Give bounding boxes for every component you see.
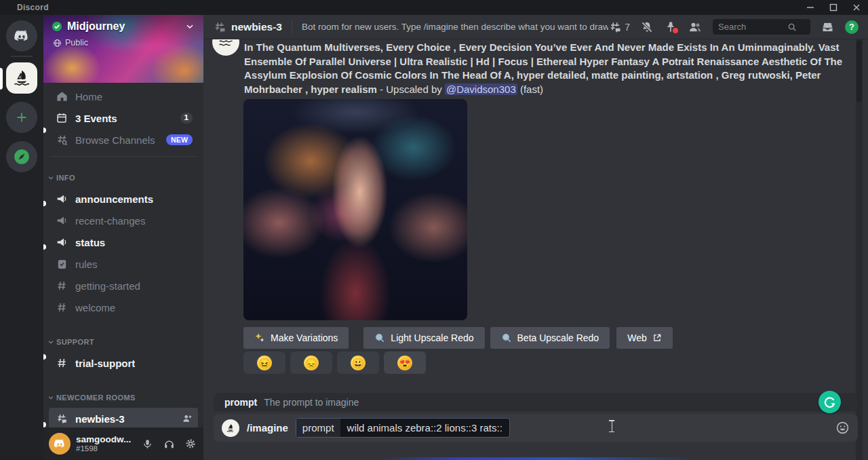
option-value[interactable]: wild animals zebra::2 lions::3 rats:: — [340, 422, 509, 434]
window-close-button[interactable] — [845, 0, 868, 15]
explore-servers-button[interactable] — [6, 141, 37, 172]
chevron-down-icon — [47, 339, 54, 345]
minimize-icon — [806, 3, 814, 12]
hash-chat-icon — [54, 413, 69, 425]
message-input-bar[interactable]: /imagine prompt wild animals zebra::2 li… — [214, 414, 858, 442]
command-option-pill[interactable]: prompt wild animals zebra::2 lions::3 ra… — [296, 418, 510, 438]
add-server-button[interactable] — [6, 102, 37, 133]
grammarly-icon[interactable] — [818, 391, 841, 413]
sidebar-channel-newbies-3[interactable]: newbies-3 — [49, 408, 198, 429]
emoji-picker-button[interactable] — [835, 421, 850, 435]
web-button[interactable]: Web — [616, 327, 673, 349]
channel-name: newbies-3 — [231, 21, 282, 33]
scrollbar-thumb[interactable] — [856, 41, 862, 102]
maximize-icon — [829, 3, 837, 12]
events-count-badge: 1 — [180, 113, 193, 123]
sailboat-icon — [10, 66, 33, 90]
disappointed-emoji: 😞 — [304, 356, 319, 370]
chevron-down-icon — [47, 174, 54, 181]
light-upscale-redo-button[interactable]: Light Upscale Redo — [363, 327, 484, 349]
inbox-icon — [821, 20, 835, 34]
search-input[interactable] — [717, 21, 787, 33]
section-header-info[interactable]: INFO — [43, 162, 203, 188]
help-button[interactable]: ? — [845, 20, 859, 34]
bot-avatar[interactable] — [212, 39, 239, 56]
create-invite-icon[interactable] — [182, 413, 193, 424]
sidebar-channel-welcome[interactable]: welcome — [49, 296, 198, 318]
member-list-button[interactable] — [688, 20, 703, 34]
microphone-icon — [142, 438, 153, 450]
reaction-grinning[interactable]: 😀 — [337, 351, 379, 374]
reactions: 😖 😞 😀 😍 — [243, 351, 426, 374]
message-text-line: In The Quantum Multiverses, Every Choice… — [244, 41, 856, 55]
server-header[interactable]: Midjourney — [52, 20, 195, 33]
mute-microphone-button[interactable] — [140, 436, 155, 451]
server-icon-midjourney[interactable] — [6, 62, 37, 94]
make-variations-button[interactable]: Make Variations — [243, 327, 349, 349]
sidebar-channel-status[interactable]: status — [49, 231, 198, 253]
deafen-button[interactable] — [161, 436, 176, 451]
sailboat-icon — [216, 39, 236, 56]
heart-eyes-emoji: 😍 — [397, 356, 412, 370]
channel-list: Home 3 Events 1 Browse Channels NEW INFO… — [43, 85, 203, 451]
sparkles-icon — [254, 332, 265, 343]
sidebar-item-browse-channels[interactable]: Browse Channels NEW — [49, 129, 198, 151]
rules-icon — [54, 258, 69, 270]
channel-topic[interactable]: Bot room for new users. Type /imagine th… — [302, 22, 608, 32]
external-link-icon — [652, 333, 662, 343]
smiley-icon — [835, 421, 850, 435]
server-rail — [0, 15, 43, 460]
search-icon — [787, 22, 797, 32]
message-text-line: Assylum Explosion Of Cosmic Colors In Th… — [244, 69, 856, 83]
chevron-down-icon — [184, 21, 195, 32]
new-badge: NEW — [166, 134, 193, 146]
sidebar-item-home[interactable]: Home — [49, 85, 198, 107]
attachment-image[interactable] — [243, 99, 467, 320]
confounded-emoji: 😖 — [257, 356, 272, 370]
reaction-confounded[interactable]: 😖 — [243, 351, 285, 374]
channel-sidebar: Midjourney Public Home 3 Events 1 Browse… — [43, 15, 203, 460]
search-box[interactable] — [713, 19, 810, 35]
section-header-newcomer-rooms[interactable]: NEWCOMER ROOMS — [43, 382, 203, 408]
user-info[interactable]: samgoodw... #1598 — [76, 434, 131, 454]
user-settings-button[interactable] — [183, 436, 198, 451]
channel-header: newbies-3 Bot room for new users. Type /… — [203, 15, 868, 39]
reaction-heart-eyes[interactable]: 😍 — [384, 351, 426, 374]
sidebar-channel-recent-changes[interactable]: recent-changes — [49, 210, 198, 231]
window-titlebar: Discord — [0, 0, 868, 15]
sidebar-channel-announcements[interactable]: announcements — [49, 188, 198, 210]
sidebar-channel-trial-support[interactable]: trial-support — [49, 352, 198, 374]
beta-upscale-redo-button[interactable]: Beta Upscale Redo — [490, 327, 610, 349]
inbox-button[interactable] — [821, 20, 835, 34]
bot-avatar-small — [222, 419, 239, 437]
reaction-disappointed[interactable]: 😞 — [290, 351, 332, 374]
server-name: Midjourney — [67, 20, 125, 33]
window-maximize-button[interactable] — [822, 0, 845, 15]
browse-channels-icon — [54, 134, 69, 147]
compass-icon — [13, 148, 31, 166]
calendar-icon — [54, 112, 69, 124]
sidebar-item-events[interactable]: 3 Events 1 — [49, 107, 198, 129]
pin-notification-dot — [671, 26, 679, 35]
plus-icon — [14, 110, 29, 125]
sidebar-channel-getting-started[interactable]: getting-started — [49, 275, 198, 296]
sidebar-channel-rules[interactable]: rules — [49, 253, 198, 275]
threads-button[interactable]: 7 — [608, 20, 630, 34]
discord-home-button[interactable] — [6, 20, 37, 52]
hash-icon — [54, 280, 69, 292]
user-avatar[interactable] — [49, 433, 71, 455]
pinned-messages-button[interactable] — [664, 20, 677, 34]
user-mention[interactable]: @Davidson303 — [445, 83, 517, 95]
home-icon — [54, 90, 69, 103]
headphones-icon — [163, 438, 175, 450]
server-visibility: Public — [53, 38, 88, 47]
notification-settings-button[interactable] — [640, 20, 654, 34]
window-minimize-button[interactable] — [799, 0, 822, 15]
message-buttons: Make Variations Light Upscale Redo Beta … — [243, 327, 673, 349]
selected-server-indicator — [0, 68, 3, 90]
hash-icon — [54, 301, 69, 313]
magnifier-icon — [374, 332, 385, 343]
message-text-line: Ensemble Of Parallel Universe | Ultra Re… — [244, 55, 856, 69]
magnifier-icon — [501, 332, 512, 343]
section-header-support[interactable]: SUPPORT — [43, 326, 203, 352]
